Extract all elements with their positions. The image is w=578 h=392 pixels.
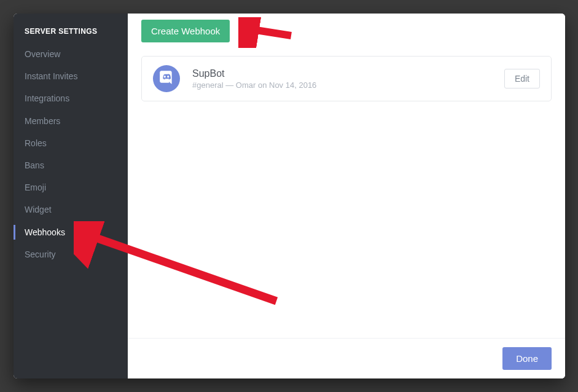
content-panel: Create Webhook SupBot #general — Omar on…: [128, 14, 565, 378]
sidebar-item-label: Overview: [25, 49, 60, 59]
sidebar-item-instant-invites[interactable]: Instant Invites: [14, 65, 128, 87]
create-webhook-button[interactable]: Create Webhook: [141, 20, 230, 42]
sidebar-item-security[interactable]: Security: [14, 243, 128, 265]
sidebar: SERVER SETTINGS Overview Instant Invites…: [14, 14, 128, 378]
sidebar-item-label: Webhooks: [25, 227, 65, 237]
webhook-name: SupBot: [192, 68, 504, 79]
sidebar-item-label: Bans: [25, 160, 44, 170]
webhook-avatar: [153, 65, 180, 92]
sidebar-item-overview[interactable]: Overview: [14, 43, 128, 65]
sidebar-item-widget[interactable]: Widget: [14, 198, 128, 221]
sidebar-item-emoji[interactable]: Emoji: [14, 176, 128, 198]
discord-logo-icon: [158, 69, 174, 88]
content-body: Create Webhook SupBot #general — Omar on…: [128, 14, 565, 338]
sidebar-item-label: Instant Invites: [25, 71, 77, 81]
edit-webhook-button[interactable]: Edit: [504, 69, 540, 88]
sidebar-item-bans[interactable]: Bans: [14, 154, 128, 176]
sidebar-item-label: Emoji: [25, 182, 46, 192]
modal-footer: Done: [128, 338, 565, 378]
settings-modal: SERVER SETTINGS Overview Instant Invites…: [14, 14, 565, 378]
sidebar-item-label: Integrations: [25, 93, 69, 103]
sidebar-item-members[interactable]: Members: [14, 110, 128, 132]
sidebar-item-roles[interactable]: Roles: [14, 132, 128, 154]
done-button[interactable]: Done: [502, 347, 552, 370]
sidebar-item-label: Roles: [25, 138, 47, 148]
sidebar-item-integrations[interactable]: Integrations: [14, 87, 128, 109]
webhook-card: SupBot #general — Omar on Nov 14, 2016 E…: [141, 56, 552, 101]
sidebar-item-label: Widget: [25, 205, 52, 214]
sidebar-item-webhooks[interactable]: Webhooks: [14, 221, 128, 243]
sidebar-item-label: Members: [25, 116, 60, 126]
webhook-meta: #general — Omar on Nov 14, 2016: [192, 80, 504, 90]
sidebar-item-label: Security: [25, 249, 56, 259]
webhook-info: SupBot #general — Omar on Nov 14, 2016: [192, 68, 504, 90]
sidebar-title: SERVER SETTINGS: [14, 27, 128, 43]
